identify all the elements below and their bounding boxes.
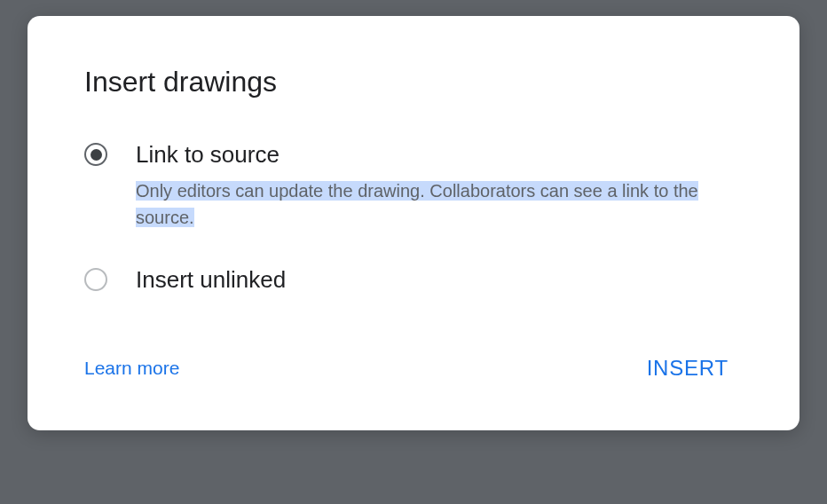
option-label-unlinked[interactable]: Insert unlinked xyxy=(136,266,743,294)
option-description-link: Only editors can update the drawing. Col… xyxy=(136,181,698,227)
insert-button[interactable]: INSERT xyxy=(633,349,743,388)
insert-drawings-dialog: Insert drawings Link to source Only edit… xyxy=(28,16,799,430)
learn-more-link[interactable]: Learn more xyxy=(84,358,179,379)
radio-link-to-source[interactable] xyxy=(84,143,107,166)
option-content: Link to source Only editors can update t… xyxy=(136,141,743,231)
dialog-footer: Learn more INSERT xyxy=(84,349,743,388)
option-insert-unlinked[interactable]: Insert unlinked xyxy=(84,266,743,303)
radio-dot-icon xyxy=(91,149,102,161)
radio-insert-unlinked[interactable] xyxy=(84,268,107,291)
option-label-link[interactable]: Link to source xyxy=(136,141,743,169)
option-content: Insert unlinked xyxy=(136,266,743,303)
dialog-title: Insert drawings xyxy=(84,66,743,98)
option-link-to-source[interactable]: Link to source Only editors can update t… xyxy=(84,141,743,231)
